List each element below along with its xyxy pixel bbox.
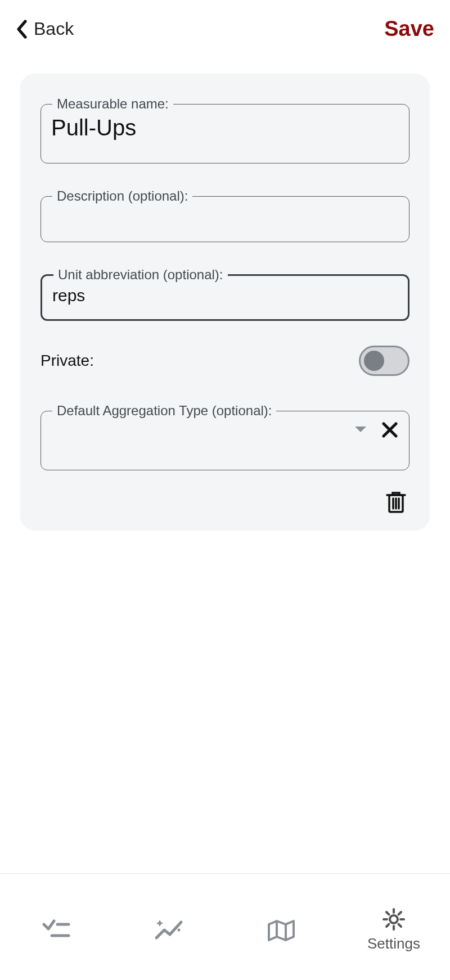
aggregation-field: Default Aggregation Type (optional):	[40, 403, 410, 470]
svg-point-1	[178, 928, 181, 931]
back-button[interactable]: Back	[16, 19, 74, 39]
nav-tab-journal[interactable]	[225, 918, 338, 942]
nav-tab-settings[interactable]: Settings	[338, 907, 450, 952]
unit-field: Unit abbreviation (optional):	[40, 267, 410, 321]
aggregation-field-label: Default Aggregation Type (optional):	[52, 403, 276, 419]
sparkle-trend-icon	[153, 918, 184, 942]
nav-tab-settings-label: Settings	[367, 935, 420, 952]
unit-input[interactable]	[52, 283, 398, 311]
private-row: Private:	[40, 346, 410, 376]
svg-point-2	[390, 915, 398, 923]
nav-tab-trends[interactable]	[112, 918, 225, 942]
delete-button[interactable]	[386, 491, 406, 513]
toggle-knob	[364, 351, 384, 371]
description-field: Description (optional):	[40, 188, 410, 242]
bottom-nav: Settings	[0, 873, 450, 980]
gear-icon	[381, 907, 406, 932]
private-label: Private:	[40, 352, 94, 370]
nav-tab-checklist[interactable]	[0, 919, 112, 941]
caret-down-icon[interactable]	[354, 425, 367, 434]
name-field: Measurable name:	[40, 96, 410, 164]
aggregation-value[interactable]	[51, 419, 348, 441]
save-button[interactable]: Save	[384, 17, 434, 41]
description-field-label: Description (optional):	[52, 188, 192, 204]
checklist-icon	[42, 919, 71, 941]
private-toggle[interactable]	[359, 346, 410, 376]
back-label: Back	[34, 19, 74, 39]
trash-icon	[386, 491, 406, 513]
close-icon[interactable]	[381, 421, 399, 439]
map-icon	[266, 918, 297, 942]
unit-field-label: Unit abbreviation (optional):	[53, 267, 228, 283]
form-card: Measurable name: Description (optional):…	[20, 74, 430, 530]
name-input[interactable]	[51, 112, 399, 146]
description-input[interactable]	[51, 204, 399, 238]
chevron-left-icon	[16, 20, 28, 39]
name-field-label: Measurable name:	[52, 96, 173, 112]
